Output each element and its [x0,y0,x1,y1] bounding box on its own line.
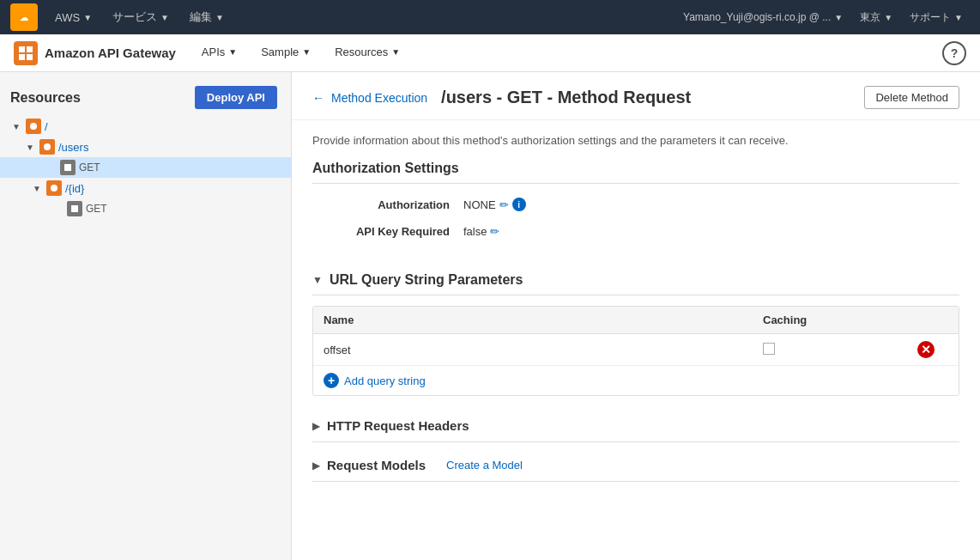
authorization-info-icon[interactable]: i [512,198,526,211]
http-headers-title: HTTP Request Headers [327,418,469,433]
user-menu[interactable]: Yamano_Yuji@ogis-ri.co.jp @ ... ▼ [676,0,850,34]
brand-icon [14,41,38,65]
add-query-row: + Add query string [313,366,959,395]
id-label: /{id} [65,182,84,195]
sidebar-title: Resources [10,90,81,106]
top-navigation: ☁ AWS ▼ サービス ▼ 編集 ▼ Yamano_Yuji@ogis-ri.… [0,0,980,34]
tree-item-root[interactable]: ▼ / [0,116,291,137]
request-models-title: Request Models [327,458,426,472]
root-label: / [45,120,48,133]
svg-rect-3 [27,46,33,52]
users-arrow-icon: ▼ [24,143,36,152]
http-headers-section: ▶ HTTP Request Headers [312,410,959,442]
delete-method-button[interactable]: Delete Method [864,86,959,109]
caching-checkbox[interactable] [763,343,775,355]
support-menu[interactable]: サポート ▼ [903,0,970,34]
add-query-link[interactable]: Add query string [344,374,426,387]
http-headers-arrow-icon: ▶ [312,420,320,432]
apis-chevron-icon: ▼ [228,47,237,57]
get1-method-icon [60,160,76,175]
api-key-edit-icon[interactable]: ✏ [490,225,499,238]
content-area: ← Method Execution /users - GET - Method… [292,72,980,560]
secondary-navigation: Amazon API Gateway APIs ▼ Sample ▼ Resou… [0,34,980,72]
region-chevron-icon: ▼ [884,13,892,22]
row-action-cell: ✕ [907,334,959,365]
svg-point-6 [30,123,37,130]
support-chevron-icon: ▼ [954,13,963,22]
authorization-field-row: Authorization NONE ✏ i [312,191,959,218]
row-name-cell: offset [313,337,753,363]
svg-point-9 [51,185,57,192]
aws-menu[interactable]: AWS ▼ [48,0,99,34]
get2-label: GET [86,203,107,215]
authorization-edit-icon[interactable]: ✏ [499,198,509,211]
content-header-left: ← Method Execution /users - GET - Method… [312,88,691,107]
svg-rect-8 [64,164,71,171]
sidebar-header: Resources Deploy API [0,79,291,116]
tree-item-id[interactable]: ▼ /{id} [0,178,291,198]
auth-section-title: Authorization Settings [312,161,959,184]
remove-row-button[interactable]: ✕ [917,341,935,358]
svg-point-7 [44,143,51,150]
tree-item-get1[interactable]: GET [0,157,291,178]
col-action-header [907,307,959,333]
query-params-table: Name Caching offset ✕ + [312,306,959,396]
tree-item-users[interactable]: ▼ /users [0,137,291,157]
main-layout: Resources Deploy API ▼ / ▼ /users GET [0,72,980,560]
col-name-header: Name [313,307,753,333]
create-model-link[interactable]: Create a Model [446,459,523,472]
description-text: Provide information about this method's … [312,134,959,147]
get1-label: GET [79,161,100,173]
page-title: /users - GET - Method Request [441,88,691,107]
sample-chevron-icon: ▼ [302,47,311,57]
url-query-header[interactable]: ▼ URL Query String Parameters [312,265,959,295]
deploy-api-button[interactable]: Deploy API [195,86,277,109]
table-row: offset ✕ [313,334,959,366]
services-chevron-icon: ▼ [160,13,169,22]
region-menu[interactable]: 東京 ▼ [853,0,899,34]
edit-chevron-icon: ▼ [215,13,224,22]
back-arrow-icon: ← [312,91,324,105]
aws-chevron-icon: ▼ [83,13,92,22]
root-arrow-icon: ▼ [10,122,22,131]
url-query-arrow-icon: ▼ [312,274,323,286]
brand: Amazon API Gateway [14,41,176,65]
request-models-section: ▶ Request Models Create a Model [312,449,959,482]
services-menu[interactable]: サービス ▼ [106,0,176,34]
users-label: /users [58,141,88,154]
http-headers-header[interactable]: ▶ HTTP Request Headers [312,410,959,442]
id-resource-icon [46,180,62,196]
request-models-arrow-icon: ▶ [312,460,320,472]
table-header: Name Caching [313,307,959,334]
sample-menu[interactable]: Sample ▼ [249,34,323,72]
request-models-header[interactable]: ▶ Request Models Create a Model [312,449,959,482]
help-button[interactable]: ? [942,41,966,65]
row-caching-cell [753,336,907,364]
apis-menu[interactable]: APIs ▼ [190,34,249,72]
edit-menu[interactable]: 編集 ▼ [183,0,231,34]
url-query-title: URL Query String Parameters [330,272,523,288]
svg-rect-10 [71,205,78,212]
content-body: Provide information about this method's … [292,120,980,496]
resources-menu[interactable]: Resources ▼ [323,34,412,72]
breadcrumb-link[interactable]: Method Execution [331,91,427,105]
add-query-icon[interactable]: + [324,373,339,388]
id-arrow-icon: ▼ [31,184,43,193]
url-query-section: ▼ URL Query String Parameters Name Cachi… [312,265,959,396]
svg-text:☁: ☁ [20,13,28,22]
authorization-value: NONE [463,198,496,211]
tree-item-get2[interactable]: GET [0,198,291,219]
user-chevron-icon: ▼ [834,13,843,22]
api-key-value: false [463,225,487,238]
get2-method-icon [67,201,82,216]
svg-rect-4 [19,54,25,60]
users-resource-icon [39,139,55,155]
sidebar: Resources Deploy API ▼ / ▼ /users GET [0,72,292,560]
col-caching-header: Caching [753,307,907,333]
root-resource-icon [26,119,41,134]
aws-logo: ☁ [10,3,38,31]
authorization-label: Authorization [312,198,450,211]
api-key-label: API Key Required [312,225,450,238]
svg-rect-2 [19,46,25,52]
svg-rect-5 [27,54,33,60]
